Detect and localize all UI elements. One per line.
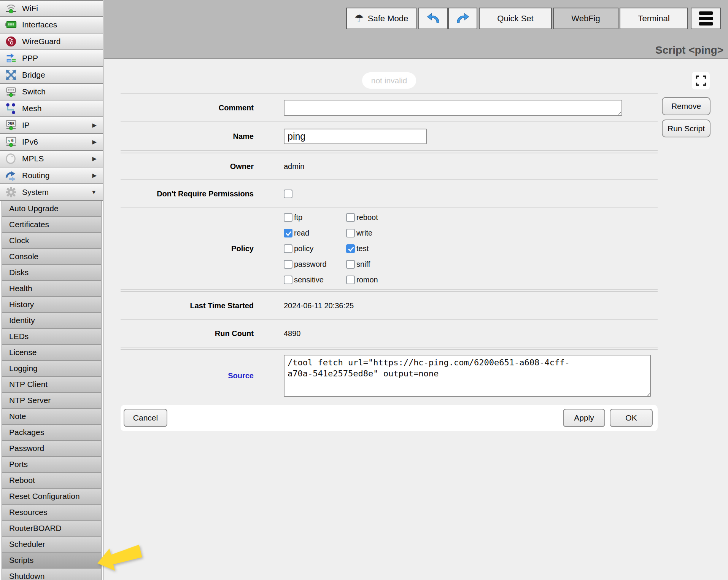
sidebar-item-mpls[interactable]: MPLS: [0, 151, 103, 167]
policy-read[interactable]: read: [284, 229, 346, 237]
sidebar-item-wifi[interactable]: WiFi: [0, 0, 103, 17]
sidebar-item-auto-upgrade[interactable]: Auto Upgrade: [2, 201, 101, 217]
sidebar-item-health[interactable]: Health: [2, 281, 101, 297]
redo-icon: [456, 13, 469, 25]
mpls-icon: [4, 151, 18, 166]
ok-button[interactable]: OK: [610, 409, 653, 427]
mesh-icon: [4, 101, 18, 116]
policy-password[interactable]: password: [284, 260, 346, 269]
sidebar-item-packages[interactable]: Packages: [2, 425, 101, 441]
run-count-value: 4890: [284, 329, 301, 338]
dont-require-permissions-checkbox[interactable]: [284, 190, 292, 198]
sidebar-item-console[interactable]: Console: [2, 249, 101, 265]
chevron-right-icon: [92, 155, 97, 162]
sidebar-item-switch[interactable]: Switch: [0, 84, 103, 100]
interfaces-icon: [4, 18, 18, 32]
run-script-button[interactable]: Run Script: [662, 120, 711, 137]
cancel-button[interactable]: Cancel: [124, 409, 167, 427]
webfig-tab[interactable]: WebFig: [553, 8, 618, 29]
name-input[interactable]: [284, 129, 427, 144]
chevron-down-icon: [91, 189, 97, 196]
policy-test[interactable]: test: [346, 244, 409, 253]
sidebar-item-scripts[interactable]: Scripts: [2, 553, 101, 569]
policy-policy[interactable]: policy: [284, 244, 346, 253]
sidebar-item-ipv6[interactable]: v6 IPv6: [0, 134, 103, 151]
svg-text:v: v: [8, 138, 11, 143]
ppp-icon: [4, 51, 18, 65]
comment-label: Comment: [121, 104, 254, 112]
run-count-label: Run Count: [121, 329, 254, 338]
safe-mode-button[interactable]: Safe Mode: [346, 8, 416, 29]
source-label: Source: [121, 371, 254, 380]
dont-require-permissions-label: Don't Require Permissions: [121, 190, 254, 198]
quick-set-button[interactable]: Quick Set: [479, 8, 552, 29]
terminal-tab[interactable]: Terminal: [620, 8, 688, 29]
policy-ftp[interactable]: ftp: [284, 213, 346, 222]
policy-label: Policy: [121, 244, 254, 253]
policy-romon[interactable]: romon: [346, 276, 409, 284]
owner-label: Owner: [121, 162, 254, 171]
webfig-screen: WiFi Interfaces WireGuard PPP Bridge: [0, 0, 728, 580]
sidebar-item-bridge[interactable]: Bridge: [0, 67, 103, 84]
sidebar-item-disks[interactable]: Disks: [2, 265, 101, 281]
name-label: Name: [121, 132, 254, 141]
sidebar-item-password[interactable]: Password: [2, 441, 101, 457]
sidebar-item-resources[interactable]: Resources: [2, 505, 101, 521]
sidebar-item-ntp-server[interactable]: NTP Server: [2, 393, 101, 409]
last-time-started-label: Last Time Started: [121, 301, 254, 310]
wifi-icon: [4, 1, 18, 16]
sidebar-item-note[interactable]: Note: [2, 409, 101, 425]
source-input[interactable]: /tool fetch url="https://hc-ping.com/620…: [284, 355, 651, 397]
main-content: not invalid Remove Run Script Comment Na…: [104, 59, 728, 580]
sidebar-item-reset-configuration[interactable]: Reset Configuration: [2, 489, 101, 505]
chevron-right-icon: [92, 139, 97, 145]
fullscreen-icon: [695, 74, 707, 87]
menu-button[interactable]: [691, 8, 721, 29]
sidebar-item-certificates[interactable]: Certificates: [2, 217, 101, 233]
policy-sensitive[interactable]: sensitive: [284, 276, 346, 284]
comment-input[interactable]: [284, 100, 622, 116]
status-badge: not invalid: [362, 72, 416, 89]
script-form: Comment Name Owner admin Don't Require P…: [121, 93, 658, 402]
chevron-right-icon: [92, 122, 97, 129]
undo-icon: [427, 13, 440, 25]
sidebar-item-scheduler[interactable]: Scheduler: [2, 537, 101, 553]
sidebar-item-ppp[interactable]: PPP: [0, 50, 103, 67]
fullscreen-button[interactable]: [692, 72, 710, 89]
sidebar-item-logging[interactable]: Logging: [2, 361, 101, 377]
action-button-bar: Cancel Apply OK: [121, 405, 658, 431]
svg-text:6: 6: [11, 138, 14, 143]
sidebar-item-ports[interactable]: Ports: [2, 457, 101, 473]
sidebar-item-ip[interactable]: 255 IP: [0, 117, 103, 134]
sidebar-item-ntp-client[interactable]: NTP Client: [2, 377, 101, 393]
redo-button[interactable]: [448, 8, 477, 29]
sidebar-item-routerboard[interactable]: RouterBOARD: [2, 521, 101, 537]
sidebar-item-shutdown[interactable]: Shutdown: [2, 569, 101, 580]
policy-write[interactable]: write: [346, 229, 409, 237]
sidebar-item-clock[interactable]: Clock: [2, 233, 101, 249]
bridge-icon: [4, 68, 18, 82]
chevron-right-icon: [92, 172, 97, 179]
routing-icon: [4, 168, 18, 183]
sidebar-item-license[interactable]: License: [2, 345, 101, 361]
sidebar-item-history[interactable]: History: [2, 297, 101, 313]
policy-reboot[interactable]: reboot: [346, 213, 409, 222]
wireguard-icon: [4, 34, 18, 49]
sidebar-item-mesh[interactable]: Mesh: [0, 100, 103, 117]
sidebar-item-identity[interactable]: Identity: [2, 313, 101, 329]
last-time-started-value: 2024-06-11 20:36:25: [284, 301, 354, 310]
undo-button[interactable]: [418, 8, 448, 29]
umbrella-icon: [354, 12, 364, 25]
sidebar-item-leds[interactable]: LEDs: [2, 329, 101, 345]
sidebar-item-reboot[interactable]: Reboot: [2, 473, 101, 489]
apply-button[interactable]: Apply: [563, 409, 605, 427]
sidebar-item-routing[interactable]: Routing: [0, 167, 103, 184]
policy-checkbox-grid: ftp reboot read write policy test passwo…: [284, 213, 409, 284]
remove-button[interactable]: Remove: [662, 97, 711, 115]
sidebar-item-wireguard[interactable]: WireGuard: [0, 33, 103, 50]
sidebar-item-system[interactable]: System: [0, 184, 103, 201]
hamburger-icon: [699, 11, 713, 25]
policy-sniff[interactable]: sniff: [346, 260, 409, 269]
system-gear-icon: [4, 185, 18, 199]
sidebar-item-interfaces[interactable]: Interfaces: [0, 17, 103, 33]
